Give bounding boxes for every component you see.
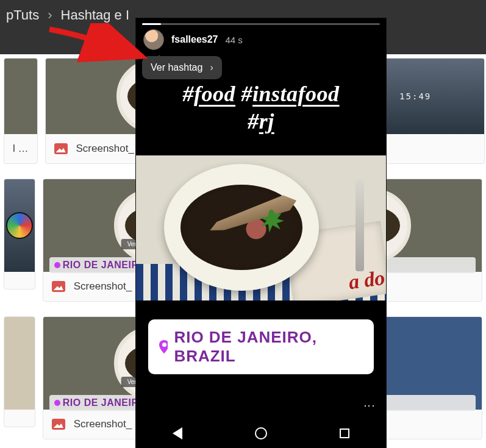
fish xyxy=(205,190,300,241)
location-text: RIO DE JANEIRO, BRAZIL xyxy=(174,328,363,366)
back-button[interactable] xyxy=(168,424,187,443)
file-name: l … xyxy=(13,143,29,155)
thumbnail[interactable] xyxy=(4,179,35,272)
hashtags: #food #instafood #rj xyxy=(136,80,386,135)
wheel-icon xyxy=(6,212,33,239)
story-progress xyxy=(142,23,380,25)
story-photo: a do xyxy=(136,155,386,300)
home-button[interactable] xyxy=(251,424,271,443)
pin-icon xyxy=(159,340,168,354)
image-icon xyxy=(52,419,65,430)
thumbnail[interactable] xyxy=(4,59,37,134)
story-header: fsallees27 44 s xyxy=(143,29,243,50)
clock-time: 15:49 xyxy=(399,91,431,101)
android-navbar xyxy=(136,419,386,448)
image-icon xyxy=(52,281,65,292)
breadcrumb-item-2[interactable]: Hashtag e I xyxy=(61,7,130,23)
napkin-text: a do xyxy=(347,266,386,294)
hashtag-instafood[interactable]: #instafood xyxy=(241,82,339,106)
story-timestamp: 44 s xyxy=(226,35,243,45)
file-name: Screenshot_ xyxy=(74,418,132,430)
knife xyxy=(356,180,364,271)
avatar[interactable] xyxy=(143,29,164,50)
pin-icon xyxy=(54,400,60,406)
file-name: Screenshot_ xyxy=(74,280,132,293)
file-name: Screenshot_ xyxy=(76,143,134,155)
location-sticker[interactable]: RIO DE JANEIRO, BRAZIL xyxy=(148,319,374,374)
recents-button[interactable] xyxy=(335,424,354,443)
breadcrumb-item-1[interactable]: pTuts xyxy=(6,7,39,23)
ver-hashtag-tooltip[interactable]: Ver hashtag › xyxy=(142,56,222,79)
hashtag-food[interactable]: #food xyxy=(182,82,235,106)
instagram-story[interactable]: fsallees27 44 s Ver hashtag › #food #ins… xyxy=(136,18,386,448)
pin-icon xyxy=(54,262,60,268)
tooltip-label: Ver hashtag xyxy=(151,62,202,73)
image-icon xyxy=(54,143,68,154)
breadcrumb-sep: › xyxy=(48,7,52,23)
username[interactable]: fsallees27 xyxy=(171,34,218,45)
hashtag-rj[interactable]: #rj xyxy=(248,109,274,133)
plate xyxy=(164,164,319,291)
thumbnail[interactable] xyxy=(4,317,35,410)
more-options-icon[interactable]: ⋮ xyxy=(363,400,376,413)
chevron-right-icon: › xyxy=(210,62,213,73)
rice xyxy=(180,185,302,270)
